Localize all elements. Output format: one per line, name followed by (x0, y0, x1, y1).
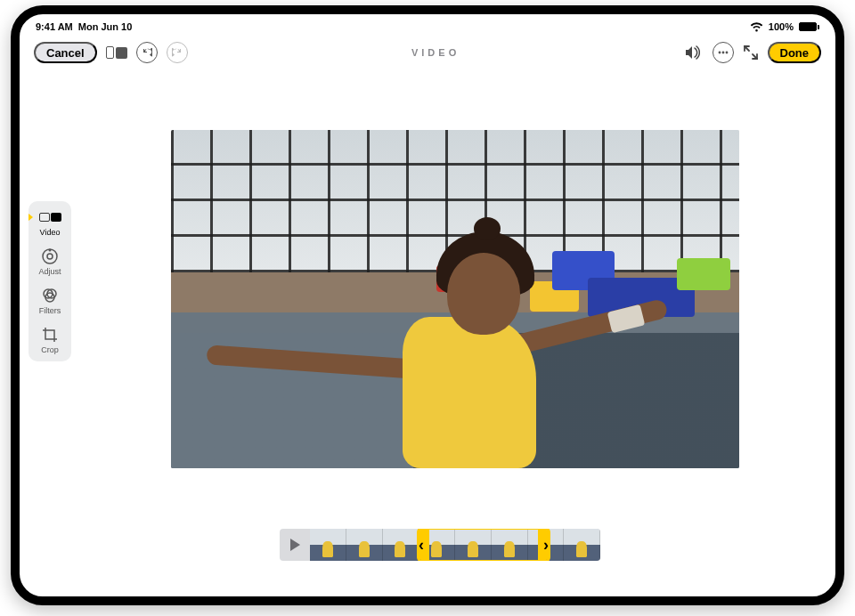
edit-tools-sidebar: Video Adjust Filters Crop (28, 201, 71, 361)
sidebar-item-label: Adjust (38, 267, 61, 276)
svg-point-5 (49, 249, 52, 252)
ipad-device-frame: 9:41 AM Mon Jun 10 100% Cancel (11, 5, 844, 605)
sidebar-item-adjust[interactable]: Adjust (37, 247, 62, 276)
preview-subject (207, 210, 705, 468)
battery-icon (799, 22, 819, 31)
sidebar-item-label: Video (40, 228, 61, 237)
editor-mode-title: VIDEO (411, 47, 460, 58)
status-bar: 9:41 AM Mon Jun 10 100% (20, 18, 835, 36)
video-preview[interactable] (171, 130, 739, 468)
sidebar-item-label: Crop (41, 345, 59, 354)
sidebar-item-filters[interactable]: Filters (37, 287, 62, 315)
done-button[interactable]: Done (768, 42, 822, 63)
sidebar-item-label: Filters (39, 306, 61, 315)
frame-thumbnail (346, 529, 383, 561)
frame-thumbnail (492, 529, 528, 561)
frame-thumbnail (528, 529, 565, 561)
sidebar-item-crop[interactable]: Crop (37, 326, 62, 354)
svg-point-4 (47, 254, 53, 259)
sidebar-item-video[interactable]: Video (37, 208, 62, 237)
aspect-portrait-icon (106, 46, 114, 59)
crop-icon (37, 326, 62, 344)
play-icon (290, 539, 300, 551)
play-button[interactable] (280, 529, 310, 561)
frame-thumbnail (419, 529, 455, 561)
video-scrubber: ‹ › (280, 529, 600, 561)
more-options-button[interactable] (712, 42, 734, 63)
aspect-ratio-button[interactable] (106, 46, 127, 59)
aspect-square-icon (116, 47, 127, 59)
svg-point-1 (721, 52, 724, 54)
fullscreen-button[interactable] (743, 45, 759, 61)
editor-top-toolbar: Cancel VIDEO Done (20, 37, 835, 68)
svg-point-2 (725, 52, 728, 54)
frame-thumbnail (455, 529, 492, 561)
volume-button[interactable] (684, 45, 704, 61)
battery-percent: 100% (769, 21, 794, 32)
frame-strip[interactable]: ‹ › (310, 529, 600, 561)
adjust-icon (37, 247, 62, 265)
frame-thumbnail (564, 529, 600, 561)
video-icon (37, 208, 62, 226)
frame-thumbnail (310, 529, 346, 561)
svg-point-0 (718, 52, 721, 54)
status-date: Mon Jun 10 (78, 21, 133, 32)
undo-button[interactable] (136, 42, 158, 63)
redo-button[interactable] (167, 42, 188, 63)
filters-icon (37, 287, 62, 304)
frame-thumbnail (383, 529, 419, 561)
wifi-icon (750, 22, 763, 32)
status-time: 9:41 AM (36, 21, 73, 32)
cancel-button[interactable]: Cancel (34, 42, 97, 63)
